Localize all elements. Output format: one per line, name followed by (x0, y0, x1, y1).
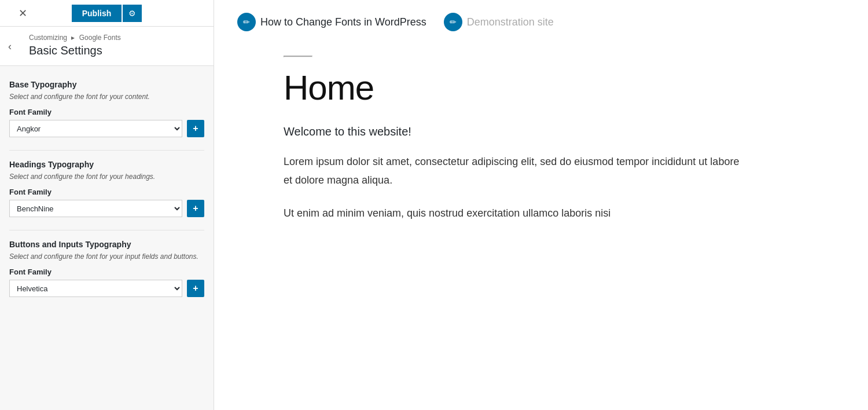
headings-font-row: BenchNine Roboto Open Sans Oswald Ralewa… (9, 200, 204, 217)
headings-font-add-button[interactable]: + (187, 200, 204, 217)
preview-heading: Home (284, 68, 822, 108)
base-font-add-button[interactable]: + (187, 120, 204, 137)
base-font-family-label: Font Family (9, 108, 204, 116)
buttons-font-add-button[interactable]: + (187, 280, 204, 297)
divider-2 (9, 230, 204, 230)
headings-typography-title: Headings Typography (9, 160, 204, 169)
buttons-font-row: Helvetica Arial Roboto Open Sans Lato + (9, 280, 204, 297)
preview-body-1: Lorem ipsum dolor sit amet, consectetur … (284, 152, 746, 190)
preview-link-2-text: Demonstration site (467, 16, 554, 28)
publish-button[interactable]: Publish (72, 5, 122, 22)
plus-icon-3: + (193, 283, 198, 294)
close-button[interactable]: ✕ (14, 5, 31, 22)
settings-button[interactable]: ⚙ (123, 5, 142, 22)
close-icon: ✕ (19, 7, 27, 20)
preview-link-1[interactable]: ✏ How to Change Fonts in WordPress (237, 13, 426, 31)
plus-icon: + (193, 123, 198, 134)
breadcrumb: Customizing ▸ Google Fonts (29, 34, 204, 42)
breadcrumb-parent2: Google Fonts (79, 34, 121, 42)
breadcrumb-section: ‹ Customizing ▸ Google Fonts Basic Setti… (0, 27, 214, 66)
buttons-font-family-label: Font Family (9, 268, 204, 276)
headings-typography-section: Headings Typography Select and configure… (9, 160, 204, 217)
edit-icon-1: ✏ (237, 13, 256, 31)
breadcrumb-parent1: Customizing (29, 34, 67, 42)
headings-font-family-label: Font Family (9, 188, 204, 196)
preview-body-2: Ut enim ad minim veniam, quis nostrud ex… (284, 204, 746, 222)
base-font-row: Angkor Roboto Open Sans Lato Montserrat … (9, 120, 204, 137)
buttons-inputs-typography-section: Buttons and Inputs Typography Select and… (9, 240, 204, 297)
sidebar: ✕ Publish ⚙ ‹ Customizing ▸ Google Fonts… (0, 0, 214, 410)
divider-1 (9, 150, 204, 151)
buttons-inputs-typography-desc: Select and configure the font for your i… (9, 251, 204, 262)
preview-subtext: Welcome to this website! (284, 125, 822, 138)
preview-divider (284, 56, 312, 57)
preview-content: Home Welcome to this website! Lorem ipsu… (214, 44, 868, 410)
buttons-inputs-typography-title: Buttons and Inputs Typography (9, 240, 204, 249)
main-preview: ✏ How to Change Fonts in WordPress ✏ Dem… (214, 0, 868, 410)
base-typography-title: Base Typography (9, 80, 204, 89)
base-font-select[interactable]: Angkor Roboto Open Sans Lato Montserrat (9, 120, 182, 137)
back-icon: ‹ (8, 40, 12, 52)
back-button[interactable]: ‹ (8, 40, 12, 52)
gear-icon: ⚙ (128, 9, 136, 18)
preview-link-1-text: How to Change Fonts in WordPress (260, 16, 426, 28)
buttons-font-select[interactable]: Helvetica Arial Roboto Open Sans Lato (9, 280, 182, 297)
preview-link-2[interactable]: ✏ Demonstration site (444, 13, 554, 31)
plus-icon-2: + (193, 203, 198, 214)
page-title: Basic Settings (29, 44, 204, 57)
breadcrumb-separator: ▸ (71, 34, 75, 42)
headings-typography-desc: Select and configure the font for your h… (9, 171, 204, 182)
headings-font-select[interactable]: BenchNine Roboto Open Sans Oswald Ralewa… (9, 200, 182, 217)
base-typography-desc: Select and configure the font for your c… (9, 91, 204, 102)
top-bar: ✕ Publish ⚙ (0, 0, 214, 27)
publish-label: Publish (82, 9, 112, 18)
edit-icon-2: ✏ (444, 13, 462, 31)
preview-topbar: ✏ How to Change Fonts in WordPress ✏ Dem… (214, 0, 868, 44)
base-typography-section: Base Typography Select and configure the… (9, 80, 204, 137)
sidebar-content: Base Typography Select and configure the… (0, 66, 214, 410)
